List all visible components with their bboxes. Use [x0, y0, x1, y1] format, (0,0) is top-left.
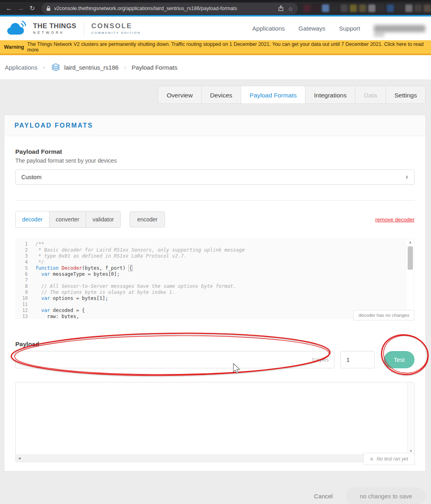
- payload-input-wrap: 0 bytes: [15, 351, 334, 368]
- warning-message[interactable]: The Things Network V2 clusters are perma…: [27, 41, 427, 53]
- test-status-text: No test ran yet: [377, 456, 408, 462]
- url-text: v2console.thethingsnetwork.org/applicati…: [54, 6, 278, 11]
- output-h-scrollbar[interactable]: ◀: [16, 454, 407, 462]
- tab-decoder[interactable]: decoder: [16, 211, 49, 227]
- extension-icon[interactable]: [387, 4, 394, 12]
- payload-test-row: 0 bytes Test: [15, 351, 415, 368]
- url-bar[interactable]: v2console.thethingsnetwork.org/applicati…: [41, 3, 298, 14]
- extension-icon[interactable]: [377, 4, 385, 12]
- app-header: THE THINGS NETWORK CONSOLE COMMUNITY EDI…: [0, 15, 431, 40]
- breadcrumb: Applications › laird_sentrius_rs186 › Pa…: [0, 55, 431, 79]
- share-icon[interactable]: [278, 5, 284, 11]
- logo-line1: THE THINGS: [33, 23, 76, 29]
- encoder-button[interactable]: encoder: [130, 211, 165, 227]
- nav-gateways[interactable]: Gateways: [299, 25, 326, 32]
- tab-validator[interactable]: validator: [86, 211, 120, 227]
- code-editor-wrap: 12345678910111213 /** * Basic decoder fo…: [15, 238, 415, 319]
- tab-data: Data: [355, 86, 386, 104]
- header-nav: Applications Gateways Support: [252, 25, 425, 32]
- warning-label: Warning: [4, 44, 24, 50]
- editor-scrollbar-thumb[interactable]: [408, 246, 413, 270]
- breadcrumb-app-name: laird_sentrius_rs186: [64, 64, 119, 71]
- user-account-blurred[interactable]: [374, 25, 425, 32]
- cloud-logo-icon: [6, 21, 29, 36]
- main-content: OverviewDevicesPayload FormatsIntegratio…: [0, 79, 431, 504]
- extension-icon[interactable]: [359, 4, 366, 12]
- payload-format-description: The payload format sent by your devices: [15, 157, 415, 164]
- browser-forward-icon[interactable]: →: [15, 5, 27, 12]
- extension-icon[interactable]: [405, 4, 412, 12]
- bookmark-star-icon[interactable]: ☆: [288, 6, 293, 12]
- page: ← → ↻ v2console.thethingsnetwork.org/app…: [0, 0, 431, 504]
- test-status-badge: No test ran yet: [363, 453, 415, 465]
- tab-bar: OverviewDevicesPayload FormatsIntegratio…: [4, 86, 426, 104]
- tab-integrations[interactable]: Integrations: [305, 86, 355, 104]
- nav-applications[interactable]: Applications: [252, 25, 285, 32]
- browser-reload-icon[interactable]: ↻: [27, 4, 38, 12]
- warning-banner: Warning The Things Network V2 clusters a…: [0, 40, 431, 55]
- extension-icon[interactable]: [303, 4, 311, 12]
- tab-converter[interactable]: converter: [49, 211, 86, 227]
- payload-format-select[interactable]: Custom ▲▼: [15, 169, 415, 185]
- test-output-wrap: ▼ ◀ No test ran yet: [15, 382, 415, 462]
- select-caret-icon: ▲▼: [405, 175, 408, 179]
- payload-input[interactable]: [15, 351, 334, 368]
- code-gutter: 12345678910111213: [15, 241, 32, 319]
- browser-back-icon[interactable]: ←: [3, 5, 15, 12]
- extension-icon[interactable]: [396, 4, 403, 12]
- logo-edition: COMMUNITY EDITION: [91, 31, 141, 35]
- breadcrumb-separator: ›: [43, 64, 45, 70]
- extension-icon[interactable]: [313, 4, 320, 12]
- tab-settings[interactable]: Settings: [386, 86, 426, 104]
- editor-scrollbar[interactable]: ▲: [407, 240, 414, 316]
- code-editor[interactable]: 12345678910111213 /** * Basic decoder fo…: [15, 238, 415, 319]
- tab-overview[interactable]: Overview: [158, 86, 202, 104]
- breadcrumb-app[interactable]: laird_sentrius_rs186: [51, 63, 119, 72]
- card-header: PAYLOAD FORMATS: [4, 115, 425, 136]
- logo-product: CONSOLE: [91, 23, 141, 29]
- payload-format-selected-value: Custom: [21, 174, 41, 180]
- footer-actions: Cancel no changes to save: [4, 487, 426, 504]
- cancel-button[interactable]: Cancel: [314, 493, 333, 500]
- scroll-left-icon[interactable]: ◀: [18, 456, 21, 460]
- divider: [15, 200, 415, 200]
- lock-icon: [46, 6, 51, 11]
- port-input[interactable]: [340, 351, 375, 368]
- nav-support[interactable]: Support: [339, 25, 360, 32]
- payload-formats-card: PAYLOAD FORMATS Payload Format The paylo…: [4, 115, 426, 471]
- save-button[interactable]: no changes to save: [346, 487, 426, 504]
- ttn-logo[interactable]: THE THINGS NETWORK CONSOLE COMMUNITY EDI…: [6, 21, 141, 36]
- breadcrumb-page[interactable]: Payload Formats: [132, 64, 177, 71]
- remove-decoder-link[interactable]: remove decoder: [375, 217, 415, 223]
- tab-payload-formats[interactable]: Payload Formats: [241, 86, 305, 104]
- extension-icon[interactable]: [424, 4, 431, 12]
- test-button[interactable]: Test: [384, 351, 415, 368]
- extension-icon[interactable]: [368, 4, 375, 12]
- decoder-tab-group: decoder converter validator: [15, 211, 121, 228]
- breadcrumb-separator: ›: [124, 64, 126, 70]
- breadcrumb-applications[interactable]: Applications: [5, 64, 37, 71]
- logo-line2: NETWORK: [33, 31, 76, 35]
- code-lines[interactable]: /** * Basic decoder for Laird RS1xx Sens…: [35, 238, 415, 319]
- scroll-up-icon[interactable]: ▲: [407, 240, 414, 245]
- extension-icon[interactable]: [331, 4, 338, 12]
- extension-icon[interactable]: [415, 4, 422, 12]
- page-title: PAYLOAD FORMATS: [14, 122, 93, 129]
- extension-icon[interactable]: [340, 4, 348, 12]
- test-output-area[interactable]: ▼ ◀: [15, 382, 415, 462]
- decoder-status-badge: decoder has no changes: [353, 310, 415, 320]
- extension-icons[interactable]: [303, 4, 431, 12]
- scroll-down-icon[interactable]: ▼: [408, 449, 414, 453]
- status-square-icon: [370, 458, 373, 461]
- user-account-blur-fragment: [374, 33, 384, 37]
- payload-format-label: Payload Format: [15, 148, 415, 155]
- payload-label: Payload: [15, 341, 415, 348]
- application-layers-icon: [51, 63, 61, 72]
- output-v-scrollbar[interactable]: ▼: [407, 382, 414, 462]
- logo-divider: [84, 22, 84, 35]
- tab-devices[interactable]: Devices: [201, 86, 241, 104]
- extension-icon[interactable]: [350, 4, 357, 12]
- extension-icon[interactable]: [322, 4, 329, 12]
- decoder-toolbar: decoder converter validator encoder remo…: [15, 211, 415, 228]
- browser-chrome: ← → ↻ v2console.thethingsnetwork.org/app…: [0, 0, 431, 15]
